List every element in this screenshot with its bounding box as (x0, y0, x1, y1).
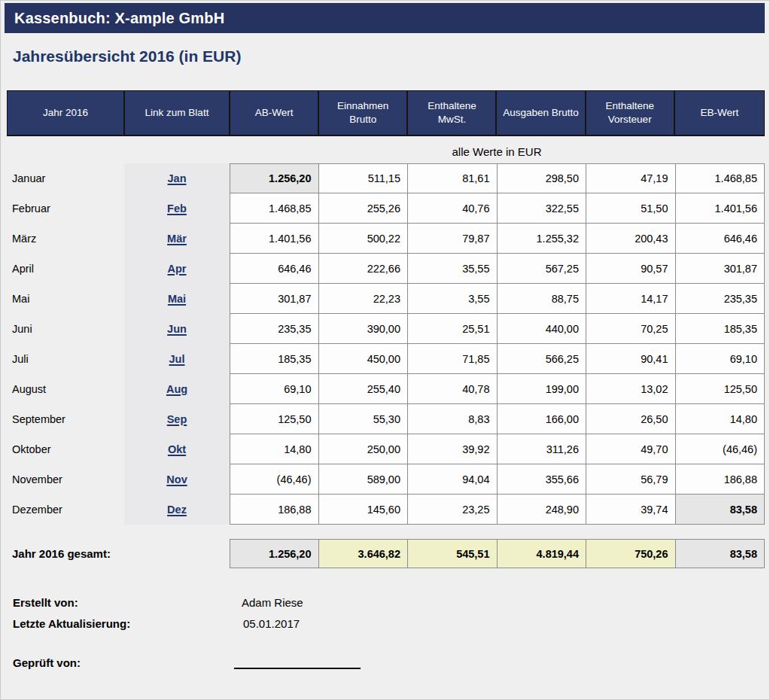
ausgaben-brutto-cell: 440,00 (498, 314, 587, 344)
header-link-zum-blatt: Link zum Blatt (125, 91, 230, 135)
enthaltene-mwst-cell: 94,04 (408, 464, 498, 495)
enthaltene-vorsteuer-cell: 47,19 (586, 163, 676, 193)
enthaltene-mwst-cell: 79,87 (408, 224, 498, 254)
app-title: Kassenbuch: X-ample GmbH (5, 10, 224, 27)
sheet-link[interactable]: Mai (168, 293, 186, 305)
ausgaben-brutto-cell: 311,26 (498, 434, 587, 464)
enthaltene-mwst-cell: 8,83 (408, 404, 498, 434)
sheet-link-cell: Feb (124, 193, 230, 224)
ausgaben-brutto-cell: 322,55 (498, 193, 587, 224)
eb-wert-cell: 646,46 (676, 224, 765, 254)
ausgaben-brutto-cell: 199,00 (498, 374, 587, 404)
sheet-link-cell: Jan (124, 163, 230, 193)
created-by-label: Erstellt von: (13, 596, 78, 609)
last-updated-value: 05.01.2017 (243, 617, 300, 630)
totals-eb-wert-cell: 83,58 (676, 539, 765, 568)
sheet-link-cell: Mär (124, 224, 230, 254)
einnahmen-brutto-cell: 255,40 (319, 374, 409, 404)
enthaltene-vorsteuer-cell: 51,50 (586, 193, 676, 224)
header-enthaltene-mwst: Enthaltene MwSt. (408, 91, 497, 135)
month-label: September (7, 404, 124, 434)
ausgaben-brutto-cell: 248,90 (498, 495, 587, 525)
sheet-link-cell: Dez (124, 495, 230, 525)
enthaltene-mwst-cell: 3,55 (408, 284, 498, 314)
enthaltene-vorsteuer-cell: 13,02 (586, 374, 676, 404)
sheet-link-cell: Nov (124, 464, 230, 495)
enthaltene-mwst-cell: 23,25 (408, 495, 498, 525)
month-label: Juli (7, 344, 124, 374)
created-by-value: Adam Riese (242, 596, 303, 609)
sheet-link[interactable]: Sep (167, 413, 187, 425)
enthaltene-vorsteuer-cell: 70,25 (586, 314, 676, 344)
ab-wert-cell: 1.468,85 (230, 193, 319, 224)
header-eb-wert: EB-Wert (675, 91, 764, 135)
sheet-link[interactable]: Dez (167, 504, 187, 516)
eb-wert-cell: 301,87 (676, 254, 765, 284)
totals-ab-wert-cell: 1.256,20 (230, 539, 319, 568)
ausgaben-brutto-cell: 1.255,32 (498, 224, 587, 254)
sheet-link-cell: Mai (124, 284, 230, 314)
header-einnahmen-brutto: Einnahmen Brutto (319, 91, 408, 135)
einnahmen-brutto-cell: 145,60 (319, 495, 409, 525)
sheet-link[interactable]: Jul (169, 353, 185, 365)
enthaltene-mwst-cell: 71,85 (408, 344, 498, 374)
enthaltene-vorsteuer-cell: 90,57 (586, 254, 676, 284)
einnahmen-brutto-cell: 500,22 (319, 224, 409, 254)
kassenbuch-page: Kassenbuch: X-ample GmbH Jahresübersicht… (0, 0, 770, 700)
month-label: Juni (7, 314, 124, 344)
ab-wert-cell: 14,80 (230, 434, 319, 464)
sheet-link[interactable]: Jan (168, 172, 187, 184)
einnahmen-brutto-cell: 250,00 (319, 434, 409, 464)
signature-line (234, 668, 361, 669)
enthaltene-mwst-cell: 35,55 (408, 254, 498, 284)
eb-wert-cell: 69,10 (676, 344, 765, 374)
sheet-link-cell: Apr (124, 254, 230, 284)
ausgaben-brutto-cell: 566,25 (498, 344, 587, 374)
sheet-link[interactable]: Jun (167, 323, 187, 335)
enthaltene-vorsteuer-cell: 49,70 (586, 434, 676, 464)
sheet-link-cell: Jul (124, 344, 230, 374)
sheet-link[interactable]: Okt (168, 443, 186, 455)
sheet-link-cell: Okt (124, 434, 230, 464)
month-label: Mai (7, 284, 124, 314)
totals-ausgaben-cell: 4.819,44 (498, 539, 587, 568)
eb-wert-cell: 125,50 (676, 374, 765, 404)
einnahmen-brutto-cell: 55,30 (319, 404, 409, 434)
totals-vorsteuer-cell: 750,26 (586, 539, 676, 568)
einnahmen-brutto-cell: 222,66 (319, 254, 409, 284)
einnahmen-brutto-cell: 589,00 (319, 464, 409, 495)
month-label: März (7, 224, 124, 254)
header-enthaltene-vorsteuer: Enthaltene Vorsteuer (586, 91, 675, 135)
ausgaben-brutto-cell: 355,66 (498, 464, 587, 495)
eb-wert-cell: 1.401,56 (676, 193, 765, 224)
sheet-link[interactable]: Mär (167, 233, 187, 245)
eb-wert-cell: (46,46) (676, 434, 765, 464)
sheet-link-cell: Aug (124, 374, 230, 404)
enthaltene-mwst-cell: 81,61 (408, 163, 498, 193)
header-ausgaben-brutto: Ausgaben Brutto (497, 91, 586, 135)
page-title: Jahresübersicht 2016 (in EUR) (13, 47, 241, 65)
month-label: April (7, 254, 124, 284)
einnahmen-brutto-cell: 255,26 (319, 193, 409, 224)
enthaltene-vorsteuer-cell: 200,43 (586, 224, 676, 254)
einnahmen-brutto-cell: 511,15 (319, 163, 409, 193)
sheet-link[interactable]: Aug (166, 383, 187, 395)
sheet-link-cell: Sep (124, 404, 230, 434)
enthaltene-vorsteuer-cell: 56,79 (586, 464, 676, 495)
totals-row: Jahr 2016 gesamt: 1.256,20 3.646,82 545,… (7, 539, 765, 568)
enthaltene-mwst-cell: 25,51 (408, 314, 498, 344)
enthaltene-mwst-cell: 40,76 (408, 193, 498, 224)
sheet-link[interactable]: Apr (168, 263, 187, 275)
currency-note: alle Werte in EUR (408, 142, 586, 162)
sheet-link-cell: Jun (124, 314, 230, 344)
enthaltene-mwst-cell: 40,78 (408, 374, 498, 404)
sheet-link[interactable]: Feb (167, 202, 187, 215)
ab-wert-cell: 69,10 (230, 374, 319, 404)
ab-wert-cell: 125,50 (230, 404, 319, 434)
totals-label: Jahr 2016 gesamt: (7, 539, 230, 568)
month-label: Februar (7, 193, 124, 224)
sheet-link[interactable]: Nov (166, 473, 187, 485)
header-jahr: Jahr 2016 (8, 91, 125, 135)
app-title-bar: Kassenbuch: X-ample GmbH (5, 3, 765, 33)
eb-wert-cell: 14,80 (676, 404, 765, 434)
